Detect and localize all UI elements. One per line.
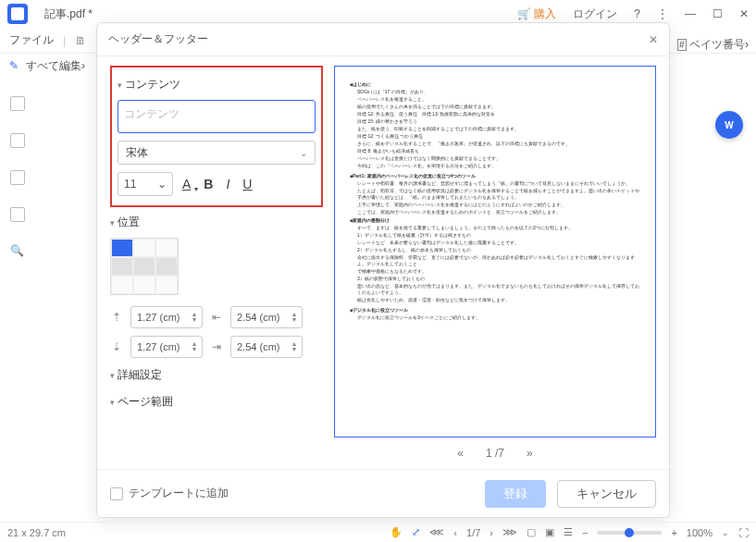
window-maximize-icon[interactable]: ☐ [713, 7, 723, 20]
bates-number-button[interactable]: # ベイツ番号› [677, 37, 749, 53]
view-continuous-icon[interactable]: ☰ [564, 526, 573, 538]
nav-next-icon[interactable]: › [490, 527, 493, 538]
buy-link[interactable]: 🛒 購入 [517, 6, 556, 22]
bold-button[interactable]: B [204, 177, 213, 191]
section-contents[interactable]: コンテンツ [118, 77, 316, 92]
margin-bottom-input[interactable]: 1.27 (cm)▴▾ [130, 336, 203, 358]
cancel-button[interactable]: キャンセル [557, 480, 656, 508]
section-position[interactable]: 位置 [110, 215, 323, 230]
font-color-button[interactable]: A [182, 177, 191, 191]
font-select[interactable]: 宋体⌄ [118, 141, 316, 165]
content-input[interactable]: コンテンツ [118, 100, 316, 133]
apply-button[interactable]: 登録 [485, 480, 546, 508]
zoom-value[interactable]: 100% [687, 527, 713, 538]
login-link[interactable]: ログイン [573, 6, 617, 22]
window-minimize-icon[interactable]: — [685, 7, 696, 20]
nav-prev-icon[interactable]: ‹ [453, 527, 457, 538]
margin-right-icon: ⇥ [210, 340, 223, 353]
page-indicator: 1 /7 [486, 447, 504, 460]
file-menu[interactable]: ファイル [9, 32, 54, 48]
margin-left-input[interactable]: 2.54 (cm)▴▾ [230, 306, 303, 328]
select-tool-icon[interactable]: ⤢ [412, 526, 420, 538]
margin-bottom-icon: ⇣ [110, 340, 123, 353]
zoom-slider[interactable] [597, 531, 662, 535]
sidebar-search-icon[interactable]: 🔍 [10, 244, 25, 259]
more-icon[interactable]: ⋮ [657, 7, 668, 20]
fullscreen-icon[interactable]: ⛶ [738, 527, 749, 538]
section-pagerange[interactable]: ページ範囲 [110, 394, 323, 410]
sidebar-comment-icon[interactable] [10, 170, 25, 185]
view-double-icon[interactable]: ▣ [545, 526, 554, 538]
margin-right-input[interactable]: 2.54 (cm)▴▾ [230, 336, 303, 358]
edit-pen-icon: ✎ [9, 59, 19, 72]
margin-left-icon: ⇤ [210, 311, 223, 324]
zoom-chevron-icon[interactable]: ⌄ [722, 528, 729, 537]
page-number[interactable]: 1/7 [466, 527, 480, 538]
page-size-label: 21 x 29.7 cm [7, 527, 66, 538]
dialog-close-icon[interactable]: ✕ [649, 33, 658, 46]
margin-top-input[interactable]: 1.27 (cm)▴▾ [130, 306, 203, 328]
help-icon[interactable]: ? [634, 7, 640, 20]
highlight-box: コンテンツ コンテンツ 宋体⌄ 11⌄ A B I U [110, 66, 323, 207]
app-icon [7, 4, 28, 24]
underline-button[interactable]: U [242, 177, 252, 191]
view-single-icon[interactable]: ▢ [527, 526, 536, 538]
header-footer-dialog: ヘッダー＆フッター ✕ コンテンツ コンテンツ 宋体⌄ 11⌄ A B I [96, 22, 670, 518]
italic-button[interactable]: I [226, 177, 229, 191]
all-edit-button[interactable]: すべて編集› [26, 58, 85, 74]
template-label: テンプレートに追加 [129, 486, 229, 501]
zoom-out-icon[interactable]: − [582, 527, 588, 538]
sidebar-bookmark-icon[interactable] [10, 133, 25, 148]
sidebar-page-icon[interactable] [10, 207, 25, 222]
nav-first-icon[interactable]: ⋘ [429, 526, 444, 538]
zoom-in-icon[interactable]: + [671, 527, 676, 538]
template-checkbox[interactable] [110, 487, 123, 500]
toolbar-icon[interactable]: 🗎 [75, 34, 86, 47]
nav-last-icon[interactable]: ⋙ [502, 526, 517, 538]
hand-tool-icon[interactable]: ✋ [390, 526, 403, 538]
page-last-icon[interactable]: » [527, 447, 533, 460]
word-export-icon[interactable]: W [715, 111, 743, 139]
font-size-select[interactable]: 11⌄ [118, 172, 173, 196]
sidebar-thumbnails-icon[interactable] [10, 96, 25, 111]
window-close-icon[interactable]: ✕ [739, 7, 749, 20]
page-first-icon[interactable]: « [457, 447, 464, 460]
preview-pane: ■はじめに SDGs には「17 の目標」があり、 ペーパーレス化を推進すること… [334, 66, 656, 437]
section-advanced[interactable]: 詳細設定 [110, 367, 323, 383]
divider: | [63, 34, 66, 47]
position-grid[interactable] [110, 238, 179, 295]
dialog-title: ヘッダー＆フッター [108, 31, 208, 47]
margin-top-icon: ⇡ [110, 311, 123, 324]
